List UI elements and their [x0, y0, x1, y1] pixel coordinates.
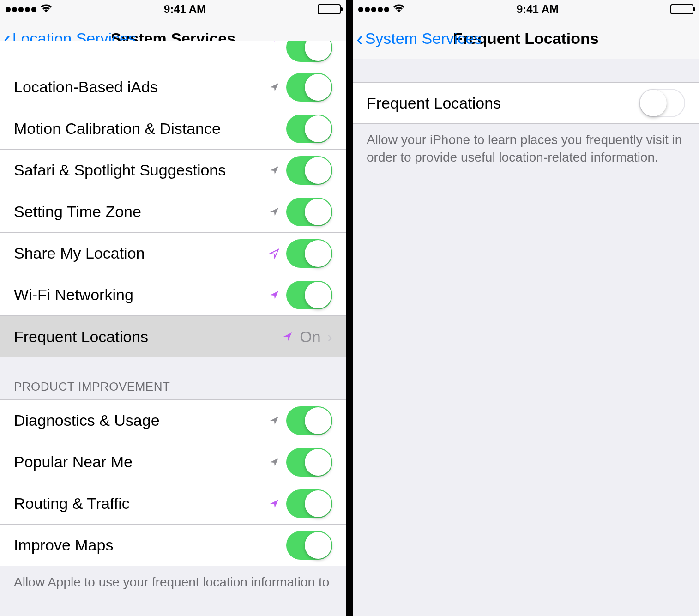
row-label: Location-Based iAds: [14, 78, 269, 96]
location-arrow-icon: [269, 290, 280, 301]
row-label: Routing & Traffic: [14, 495, 269, 513]
wifi-icon: [40, 2, 52, 17]
screenshot-divider: [346, 0, 353, 616]
safari-spotlight-suggestions-toggle[interactable]: [286, 156, 332, 185]
row-diagnostics-usage[interactable]: Diagnostics & Usage: [0, 400, 346, 441]
location-arrow-icon: [269, 498, 280, 509]
signal-dots-icon: [358, 7, 389, 12]
row-routing-traffic[interactable]: Routing & Traffic: [0, 483, 346, 525]
footer-description: Allow Apple to use your frequent locatio…: [0, 566, 346, 598]
location-arrow-icon: [269, 206, 280, 217]
row-status: On: [300, 328, 320, 346]
chevron-right-icon: ›: [327, 328, 332, 346]
chevron-left-icon: ‹: [356, 29, 363, 49]
wifi-icon: [393, 2, 405, 17]
location-arrow-icon: [269, 415, 280, 426]
motion-calibration-distance-toggle[interactable]: [286, 115, 332, 143]
battery-icon: [318, 4, 341, 14]
status-bar: 9:41 AM: [353, 0, 699, 18]
row-improve-maps[interactable]: Improve Maps: [0, 525, 346, 566]
row-location-based-iads[interactable]: Location-Based iAds: [0, 66, 346, 108]
phone-left: 9:41 AM ‹ Location Services System Servi…: [0, 0, 346, 616]
row-wi-fi-networking[interactable]: Wi-Fi Networking: [0, 274, 346, 316]
row-location-based-alerts[interactable]: Location-Based Alerts: [0, 41, 346, 66]
row-share-my-location[interactable]: Share My Location: [0, 233, 346, 274]
frequent-locations-toggle[interactable]: [639, 89, 685, 117]
share-my-location-toggle[interactable]: [286, 239, 332, 268]
battery-icon: [670, 4, 693, 14]
row-label: Improve Maps: [14, 536, 286, 554]
wi-fi-networking-toggle[interactable]: [286, 281, 332, 309]
back-label: System Services: [365, 30, 482, 48]
back-button[interactable]: ‹ System Services: [356, 29, 482, 49]
row-label: Popular Near Me: [14, 453, 269, 471]
section-header-product-improvement: Product Improvement: [0, 357, 346, 400]
row-label: Share My Location: [14, 244, 269, 262]
location-arrow-icon: [282, 331, 293, 342]
row-label: Frequent Locations: [367, 94, 639, 112]
nav-bar: ‹ System Services Frequent Locations: [353, 18, 699, 59]
row-setting-time-zone[interactable]: Setting Time Zone: [0, 191, 346, 233]
status-bar: 9:41 AM: [0, 0, 346, 18]
setting-time-zone-toggle[interactable]: [286, 198, 332, 226]
location-arrow-icon: [269, 82, 280, 93]
location-based-alerts-toggle[interactable]: [286, 41, 332, 62]
row-frequent-locations[interactable]: Frequent Locations On ›: [0, 316, 346, 357]
signal-dots-icon: [6, 7, 36, 12]
settings-list[interactable]: Location-Based Alerts Location-Based iAd…: [0, 41, 346, 616]
location-arrow-icon: [269, 165, 280, 176]
row-label: Safari & Spotlight Suggestions: [14, 161, 269, 179]
location-arrow-icon: [269, 248, 280, 259]
settings-list[interactable]: Frequent Locations Allow your iPhone to …: [353, 59, 699, 616]
diagnostics-usage-toggle[interactable]: [286, 406, 332, 435]
row-label: Diagnostics & Usage: [14, 411, 269, 429]
row-label: Location-Based Alerts: [14, 41, 269, 45]
row-safari-spotlight-suggestions[interactable]: Safari & Spotlight Suggestions: [0, 150, 346, 191]
row-label: Wi-Fi Networking: [14, 286, 269, 304]
status-time: 9:41 AM: [517, 3, 559, 16]
row-label: Setting Time Zone: [14, 203, 269, 221]
frequent-locations-row[interactable]: Frequent Locations: [353, 82, 699, 124]
popular-near-me-toggle[interactable]: [286, 448, 332, 477]
row-popular-near-me[interactable]: Popular Near Me: [0, 441, 346, 483]
location-based-iads-toggle[interactable]: [286, 73, 332, 102]
status-time: 9:41 AM: [164, 3, 206, 16]
footer-description: Allow your iPhone to learn places you fr…: [353, 124, 699, 174]
row-label: Frequent Locations: [14, 328, 282, 346]
phone-right: 9:41 AM ‹ System Services Frequent Locat…: [353, 0, 699, 616]
row-motion-calibration-distance[interactable]: Motion Calibration & Distance: [0, 108, 346, 150]
location-arrow-icon: [269, 457, 280, 468]
routing-traffic-toggle[interactable]: [286, 489, 332, 518]
improve-maps-toggle[interactable]: [286, 531, 332, 560]
row-label: Motion Calibration & Distance: [14, 120, 286, 138]
location-arrow-icon: [269, 41, 280, 43]
